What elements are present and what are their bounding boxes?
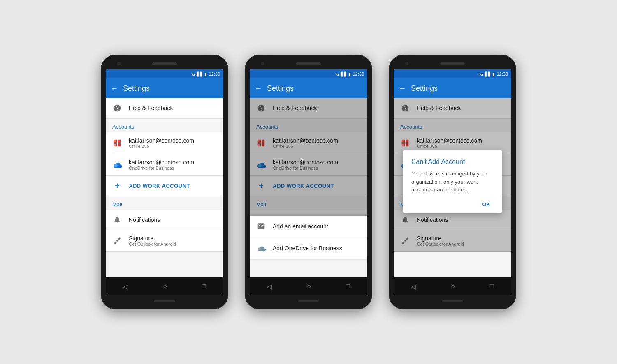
dialog-ok-button[interactable]: OK <box>479 199 494 209</box>
back-button-1[interactable]: ← <box>111 84 118 93</box>
account-type-3a: Office 365 <box>417 144 482 149</box>
bell-icon-1 <box>112 215 122 225</box>
phone-speaker-3 <box>440 62 465 65</box>
svg-rect-7 <box>118 144 120 146</box>
phone-chin-bar-3 <box>442 300 463 302</box>
add-icon-1: + <box>112 181 122 191</box>
phone-2: ▾▴ ▋▊ ▮ 12:30 ← Settings <box>245 55 372 309</box>
signature-item-1[interactable]: Signature Get Outlook for Android <box>106 230 223 252</box>
add-account-item-2: + ADD WORK ACCOUNT <box>250 176 367 196</box>
app-bar-title-3: Settings <box>411 84 438 93</box>
app-bar-1: ← Settings <box>106 78 223 98</box>
back-nav-3[interactable]: ◁ <box>411 283 416 290</box>
signature-item-3: Signature Get Outlook for Android <box>394 230 511 252</box>
recent-nav-3[interactable]: □ <box>490 283 494 290</box>
screen-content-1: Help & Feedback Accounts kat.larrson@con… <box>106 98 223 277</box>
dialog-actions: OK <box>411 199 494 209</box>
account-email-2a: kat.larrson@contoso.com <box>273 137 338 144</box>
account-type-1b: OneDrive for Business <box>129 166 194 170</box>
wifi-icon-3: ▾▴ <box>479 72 483 76</box>
home-nav-1[interactable]: ○ <box>163 283 167 290</box>
app-bar-title-2: Settings <box>267 84 294 93</box>
accounts-header-2: Accounts <box>250 119 367 132</box>
signature-info-3: Signature Get Outlook for Android <box>417 235 464 247</box>
svg-rect-33 <box>406 140 408 142</box>
mail-header-1: Mail <box>106 196 223 210</box>
home-nav-2[interactable]: ○ <box>307 283 311 290</box>
phone-chin-3 <box>394 298 511 304</box>
back-nav-2[interactable]: ◁ <box>267 283 272 290</box>
pen-icon-1 <box>112 236 122 246</box>
notifications-label-1: Notifications <box>129 217 160 223</box>
back-button-2[interactable]: ← <box>255 84 262 93</box>
screen-content-2: Help & Feedback Accounts kat.larrson@con… <box>250 98 367 277</box>
account-type-2a: Office 365 <box>273 144 338 149</box>
battery-icon-2: ▮ <box>348 72 351 76</box>
recent-nav-2[interactable]: □ <box>346 283 350 290</box>
status-bar-1: ▾▴ ▋▊ ▮ 12:30 <box>106 69 223 78</box>
signature-sub-1: Get Outlook for Android <box>129 242 176 247</box>
phone-screen-3: ▾▴ ▋▊ ▮ 12:30 ← Settings <box>394 69 511 295</box>
notifications-item-1[interactable]: Notifications <box>106 210 223 230</box>
add-icon-2: + <box>256 181 266 191</box>
add-account-item-1[interactable]: + ADD WORK ACCOUNT <box>106 176 223 196</box>
dropdown-onedrive-item-2[interactable]: Add OneDrive for Business <box>250 237 367 259</box>
status-icons-2: ▾▴ ▋▊ ▮ <box>335 72 351 76</box>
bell-icon-3 <box>400 215 410 225</box>
svg-rect-32 <box>402 140 404 142</box>
status-time-2: 12:30 <box>353 71 364 76</box>
help-feedback-item-3: Help & Feedback <box>394 98 511 118</box>
help-feedback-label-1: Help & Feedback <box>129 105 173 111</box>
phone-screen-1: ▾▴ ▋▊ ▮ 12:30 ← Settings Help & Feedback <box>106 69 223 295</box>
account-item-1a[interactable]: kat.larrson@contoso.com Office 365 <box>106 132 223 154</box>
mail-header-2: Mail <box>250 196 367 210</box>
signature-info-1: Signature Get Outlook for Android <box>129 235 176 247</box>
phone-speaker-2 <box>296 62 321 65</box>
status-bar-2: ▾▴ ▋▊ ▮ 12:30 <box>250 69 367 78</box>
home-nav-3[interactable]: ○ <box>451 283 455 290</box>
account-type-1a: Office 365 <box>129 144 194 149</box>
svg-rect-17 <box>262 140 264 142</box>
onedrive-icon-1b <box>112 160 122 170</box>
phone-body-3: ▾▴ ▋▊ ▮ 12:30 ← Settings <box>389 55 516 309</box>
phone-chin-bar-2 <box>298 300 319 302</box>
phone-chin-1 <box>106 298 223 304</box>
cloud-icon-2 <box>256 243 266 253</box>
help-icon-2 <box>256 103 266 113</box>
wifi-icon-1: ▾▴ <box>191 72 195 76</box>
account-item-1b[interactable]: kat.larrson@contoso.com OneDrive for Bus… <box>106 154 223 176</box>
cant-add-account-dialog: Can't Add Account Your device is managed… <box>403 150 502 213</box>
phone-top-3 <box>394 60 511 68</box>
phone-body-2: ▾▴ ▋▊ ▮ 12:30 ← Settings <box>245 55 372 309</box>
phone-3: ▾▴ ▋▊ ▮ 12:30 ← Settings <box>389 55 516 309</box>
account-type-2b: OneDrive for Business <box>273 166 338 170</box>
account-info-2b: kat.larrson@contoso.com OneDrive for Bus… <box>273 159 338 170</box>
recent-nav-1[interactable]: □ <box>202 283 206 290</box>
signal-icon-1: ▋▊ <box>197 72 203 76</box>
help-feedback-item-1[interactable]: Help & Feedback <box>106 98 223 118</box>
office-icon-2a <box>256 138 266 148</box>
status-icons-1: ▾▴ ▋▊ ▮ <box>191 72 207 76</box>
battery-icon-3: ▮ <box>492 72 495 76</box>
back-button-3[interactable]: ← <box>399 84 406 93</box>
account-item-2a: kat.larrson@contoso.com Office 365 <box>250 132 367 154</box>
dialog-body: Your device is managed by your organizat… <box>411 170 494 194</box>
account-info-1b: kat.larrson@contoso.com OneDrive for Bus… <box>129 159 194 170</box>
phone-nav-3: ◁ ○ □ <box>394 277 511 295</box>
svg-rect-18 <box>258 144 260 146</box>
pen-icon-3 <box>400 236 410 246</box>
phone-nav-1: ◁ ○ □ <box>106 277 223 295</box>
dropdown-email-label-2: Add an email account <box>273 223 328 230</box>
signal-icon-2: ▋▊ <box>341 72 347 76</box>
app-bar-2: ← Settings <box>250 78 367 98</box>
svg-point-11 <box>114 164 118 167</box>
phone-camera-1 <box>117 62 121 65</box>
dropdown-menu-2: Add an email account Add OneDrive for Bu… <box>250 216 367 259</box>
dropdown-email-item-2[interactable]: Add an email account <box>250 216 367 237</box>
app-bar-title-1: Settings <box>123 84 150 93</box>
accounts-header-1: Accounts <box>106 119 223 132</box>
add-account-label-1: ADD WORK ACCOUNT <box>129 183 190 189</box>
back-nav-1[interactable]: ◁ <box>123 283 128 290</box>
svg-point-27 <box>258 247 262 250</box>
svg-rect-35 <box>406 144 408 146</box>
